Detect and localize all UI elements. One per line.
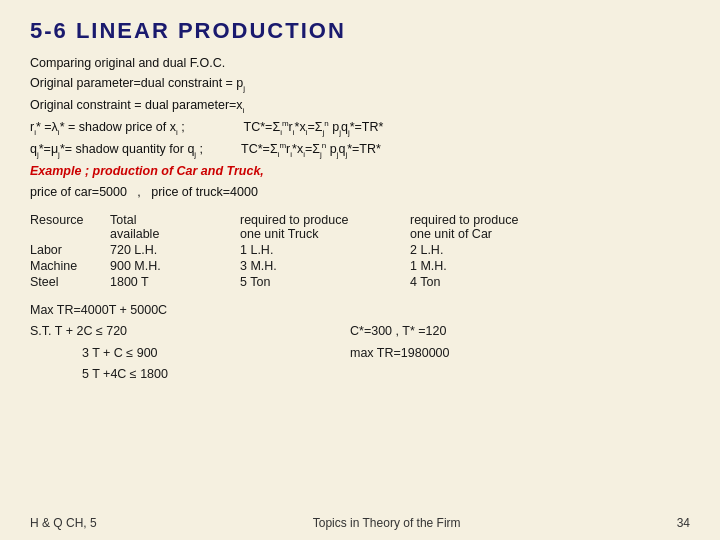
header-truck: required to produce one unit Truck xyxy=(240,212,410,242)
table-row-labor: Labor 720 L.H. 1 L.H. 2 L.H. xyxy=(30,242,580,258)
slide-title: 5-6 LINEAR PRODUCTION xyxy=(30,18,690,44)
footer: H & Q CH, 5 Topics in Theory of the Firm… xyxy=(0,516,720,530)
slide: 5-6 LINEAR PRODUCTION Comparing original… xyxy=(0,0,720,540)
slide-content: Comparing original and dual F.O.C. Origi… xyxy=(30,54,690,202)
max-line2-row: S.T. T + 2C ≤ 720 C*=300 , T* =120 xyxy=(30,321,690,342)
line-comparing: Comparing original and dual F.O.C. xyxy=(30,54,690,73)
car-labor: 2 L.H. xyxy=(410,242,580,258)
max-line4-indent xyxy=(30,364,82,385)
max-line4-row: 5 T +4C ≤ 1800 xyxy=(30,364,690,385)
footer-center: Topics in Theory of the Firm xyxy=(97,516,677,530)
max-line3-row: 3 T + C ≤ 900 max TR=1980000 xyxy=(30,343,690,364)
resource-steel: Steel xyxy=(30,274,110,290)
line-prices: price of car=5000 , price of truck=4000 xyxy=(30,183,690,202)
line-ri: ri* =λi* = shadow price of xi ; TC*=Σimr… xyxy=(30,118,690,139)
car-machine: 1 M.H. xyxy=(410,258,580,274)
resource-table: Resource Total available required to pro… xyxy=(30,212,580,290)
available-steel: 1800 T xyxy=(110,274,240,290)
resource-labor: Labor xyxy=(30,242,110,258)
line-original-constraint: Original constraint = dual parameter=xi xyxy=(30,96,690,117)
available-labor: 720 L.H. xyxy=(110,242,240,258)
resource-machine: Machine xyxy=(30,258,110,274)
max-line1: Max TR=4000T + 5000C xyxy=(30,300,690,321)
truck-labor: 1 L.H. xyxy=(240,242,410,258)
header-car: required to produce one unit of Car xyxy=(410,212,580,242)
line-qj: qj*=μj*= shadow quantity for qj ; TC*=Σi… xyxy=(30,140,690,161)
header-total: Total available xyxy=(110,212,240,242)
car-steel: 4 Ton xyxy=(410,274,580,290)
table-row-machine: Machine 900 M.H. 3 M.H. 1 M.H. xyxy=(30,258,580,274)
footer-left: H & Q CH, 5 xyxy=(30,516,97,530)
header-resource: Resource xyxy=(30,212,110,242)
truck-steel: 5 Ton xyxy=(240,274,410,290)
line-original-param: Original parameter=dual constraint = pj xyxy=(30,74,690,95)
table-header-row: Resource Total available required to pro… xyxy=(30,212,580,242)
table-row-steel: Steel 1800 T 5 Ton 4 Ton xyxy=(30,274,580,290)
max-section: Max TR=4000T + 5000C S.T. T + 2C ≤ 720 C… xyxy=(30,300,690,385)
footer-right: 34 xyxy=(677,516,690,530)
line-example: Example ; production of Car and Truck, xyxy=(30,162,690,181)
truck-machine: 3 M.H. xyxy=(240,258,410,274)
available-machine: 900 M.H. xyxy=(110,258,240,274)
